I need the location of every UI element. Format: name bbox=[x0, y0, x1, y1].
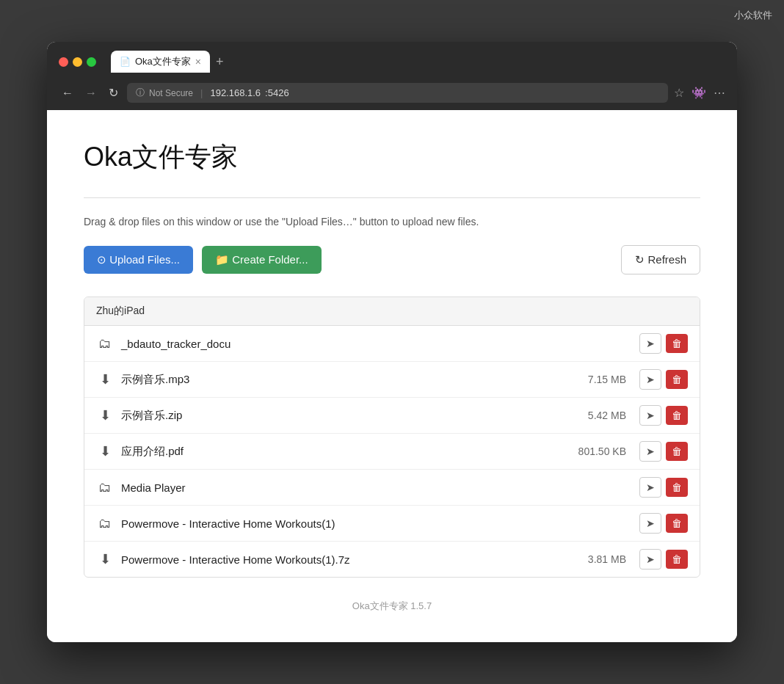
tab-bar: 📄 Oka文件专家 × + bbox=[111, 51, 725, 73]
file-actions: ➤ 🗑 bbox=[639, 333, 688, 354]
share-button[interactable]: ➤ bbox=[639, 549, 661, 570]
reload-button[interactable]: ↻ bbox=[106, 84, 121, 101]
share-button[interactable]: ➤ bbox=[639, 441, 661, 462]
traffic-lights bbox=[59, 57, 96, 67]
url-port: :5426 bbox=[265, 87, 289, 98]
page-content: Oka文件专家 Drag & drop files on this window… bbox=[47, 110, 737, 642]
forward-button[interactable]: → bbox=[82, 85, 100, 101]
delete-button[interactable]: 🗑 bbox=[666, 550, 688, 569]
bookmark-icon[interactable]: ☆ bbox=[674, 86, 684, 100]
address-input[interactable]: ⓘ Not Secure | 192.168.1.6 :5426 bbox=[127, 83, 668, 103]
file-rows-container: 🗂 _bdauto_tracker_docu ➤ 🗑 ⬇ 示例音乐.mp3 7.… bbox=[84, 326, 700, 577]
share-button[interactable]: ➤ bbox=[639, 333, 661, 354]
security-icon: ⓘ bbox=[136, 87, 145, 99]
table-row: ⬇ Powermove - Interactive Home Workouts(… bbox=[84, 542, 700, 577]
delete-button[interactable]: 🗑 bbox=[666, 514, 688, 533]
file-actions: ➤ 🗑 bbox=[639, 441, 688, 462]
delete-button[interactable]: 🗑 bbox=[666, 370, 688, 389]
refresh-button[interactable]: ↻ Refresh bbox=[621, 245, 700, 274]
page-footer: Oka文件专家 1.5.7 bbox=[84, 600, 700, 613]
share-button[interactable]: ➤ bbox=[639, 369, 661, 390]
table-row: 🗂 _bdauto_tracker_docu ➤ 🗑 bbox=[84, 326, 700, 362]
file-actions: ➤ 🗑 bbox=[639, 513, 688, 534]
minimize-window-button[interactable] bbox=[73, 57, 82, 67]
file-actions: ➤ 🗑 bbox=[639, 405, 688, 426]
file-name: 示例音乐.zip bbox=[121, 409, 560, 423]
page-title: Oka文件专家 bbox=[84, 139, 700, 175]
tab-title-label: Oka文件专家 bbox=[135, 55, 191, 68]
delete-button[interactable]: 🗑 bbox=[666, 334, 688, 353]
file-name: Powermove - Interactive Home Workouts(1)… bbox=[121, 553, 560, 566]
title-divider bbox=[84, 197, 700, 198]
file-size: 5.42 MB bbox=[567, 410, 626, 421]
share-button[interactable]: ➤ bbox=[639, 405, 661, 426]
close-window-button[interactable] bbox=[59, 57, 68, 67]
folder-icon: 🗂 bbox=[96, 480, 114, 495]
active-tab[interactable]: 📄 Oka文件专家 × bbox=[111, 51, 210, 73]
file-download-icon: ⬇ bbox=[96, 407, 114, 423]
file-name: 示例音乐.mp3 bbox=[121, 373, 560, 387]
file-size: 3.81 MB bbox=[567, 553, 626, 565]
url-host: 192.168.1.6 bbox=[210, 87, 261, 98]
upload-files-button[interactable]: ⊙ Upload Files... bbox=[84, 246, 193, 274]
file-actions: ➤ 🗑 bbox=[639, 549, 688, 570]
file-name: _bdauto_tracker_docu bbox=[121, 338, 560, 350]
action-toolbar: ⊙ Upload Files... 📁 Create Folder... ↻ R… bbox=[84, 245, 700, 274]
file-size: 7.15 MB bbox=[567, 374, 626, 385]
menu-icon[interactable]: ⋯ bbox=[714, 86, 725, 100]
file-download-icon: ⬇ bbox=[96, 443, 114, 459]
table-row: ⬇ 示例音乐.mp3 7.15 MB ➤ 🗑 bbox=[84, 362, 700, 398]
table-row: ⬇ 应用介绍.pdf 801.50 KB ➤ 🗑 bbox=[84, 434, 700, 470]
tab-close-button[interactable]: × bbox=[195, 57, 201, 67]
share-button[interactable]: ➤ bbox=[639, 513, 661, 534]
tab-file-icon: 📄 bbox=[120, 57, 131, 67]
table-row: 🗂 Powermove - Interactive Home Workouts(… bbox=[84, 506, 700, 542]
file-name: Powermove - Interactive Home Workouts(1) bbox=[121, 517, 560, 530]
watermark-label: 小众软件 bbox=[734, 9, 772, 22]
table-row: 🗂 Media Player ➤ 🗑 bbox=[84, 470, 700, 506]
file-table-header: Zhu的iPad bbox=[84, 297, 700, 326]
avatar-icon[interactable]: 👾 bbox=[692, 86, 706, 100]
delete-button[interactable]: 🗑 bbox=[666, 406, 688, 425]
instructions-text: Drag & drop files on this window or use … bbox=[84, 216, 700, 228]
delete-button[interactable]: 🗑 bbox=[666, 442, 688, 461]
browser-chrome: 📄 Oka文件专家 × + ← → ↻ ⓘ Not Secure | 192.1… bbox=[47, 42, 737, 110]
delete-button[interactable]: 🗑 bbox=[666, 478, 688, 497]
file-size: 801.50 KB bbox=[567, 445, 626, 457]
file-actions: ➤ 🗑 bbox=[639, 369, 688, 390]
title-bar: 📄 Oka文件专家 × + bbox=[47, 42, 737, 79]
maximize-window-button[interactable] bbox=[87, 57, 96, 67]
security-label: Not Secure bbox=[149, 88, 193, 98]
browser-toolbar-icons: ☆ 👾 ⋯ bbox=[674, 86, 725, 100]
back-button[interactable]: ← bbox=[59, 85, 76, 101]
file-download-icon: ⬇ bbox=[96, 551, 114, 567]
file-name: 应用介绍.pdf bbox=[121, 445, 560, 459]
file-actions: ➤ 🗑 bbox=[639, 477, 688, 498]
file-download-icon: ⬇ bbox=[96, 371, 114, 388]
browser-window: 📄 Oka文件专家 × + ← → ↻ ⓘ Not Secure | 192.1… bbox=[47, 42, 737, 642]
file-name: Media Player bbox=[121, 481, 560, 494]
address-bar: ← → ↻ ⓘ Not Secure | 192.168.1.6 :5426 ☆… bbox=[47, 79, 737, 110]
file-table: Zhu的iPad 🗂 _bdauto_tracker_docu ➤ 🗑 ⬇ 示例… bbox=[84, 296, 700, 578]
table-row: ⬇ 示例音乐.zip 5.42 MB ➤ 🗑 bbox=[84, 398, 700, 434]
new-tab-button[interactable]: + bbox=[216, 54, 224, 70]
folder-icon: 🗂 bbox=[96, 516, 114, 531]
share-button[interactable]: ➤ bbox=[639, 477, 661, 498]
create-folder-button[interactable]: 📁 Create Folder... bbox=[202, 246, 322, 274]
folder-icon: 🗂 bbox=[96, 336, 114, 352]
